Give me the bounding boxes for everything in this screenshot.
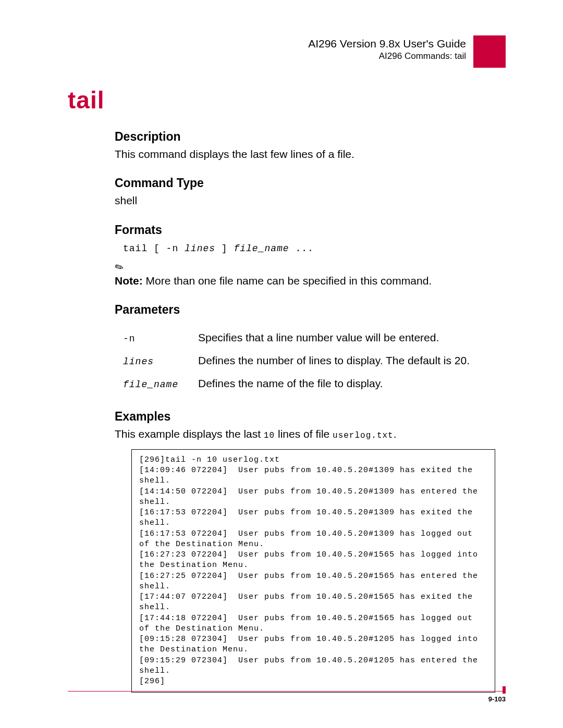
pencil-icon: ✎ xyxy=(112,260,126,275)
format-suffix: ... xyxy=(289,243,314,254)
parameters-table: -n Specifies that a line number value wi… xyxy=(123,326,477,395)
param-desc-lines: Defines the number of lines to display. … xyxy=(198,349,477,372)
note-text: More than one file name can be specified… xyxy=(143,275,432,287)
format-cmd: tail [ -n xyxy=(123,243,185,254)
param-name-n: -n xyxy=(123,334,136,344)
command-type-text: shell xyxy=(115,193,500,208)
param-name-filename: file_name xyxy=(123,379,178,390)
heading-parameters: Parameters xyxy=(115,303,500,317)
format-mid: ] xyxy=(215,243,234,254)
page-number: 9-103 xyxy=(488,695,506,703)
heading-formats: Formats xyxy=(115,223,500,237)
example-intro: This example displays the last 10 lines … xyxy=(115,427,500,442)
param-name-lines: lines xyxy=(123,356,154,367)
page-header: AI296 Version 9.8x User's Guide AI296 Co… xyxy=(308,35,506,68)
header-text: AI296 Version 9.8x User's Guide AI296 Co… xyxy=(308,35,473,68)
param-row: -n Specifies that a line number value wi… xyxy=(123,326,477,349)
example-output: [296]tail -n 10 userlog.txt [14:09:46 07… xyxy=(131,449,495,693)
heading-command-type: Command Type xyxy=(115,176,500,190)
footer-rule xyxy=(68,691,506,692)
example-intro-c: . xyxy=(394,428,397,440)
note-label: Note: xyxy=(115,275,143,287)
format-line: tail [ -n lines ] file_name ... xyxy=(123,240,500,255)
param-row: lines Defines the number of lines to dis… xyxy=(123,349,477,372)
format-arg-filename: file_name xyxy=(234,243,289,254)
param-desc-n: Specifies that a line number value will … xyxy=(198,326,477,349)
example-code-10: 10 xyxy=(264,431,275,440)
note-row: Note: More than one file name can be spe… xyxy=(115,274,500,288)
accent-box xyxy=(473,35,506,68)
command-title: tail xyxy=(68,86,506,114)
param-desc-filename: Defines the name of the file to display. xyxy=(198,372,477,395)
heading-description: Description xyxy=(115,130,500,144)
param-row: file_name Defines the name of the file t… xyxy=(123,372,477,395)
page: AI296 Version 9.8x User's Guide AI296 Co… xyxy=(0,0,563,728)
format-arg-lines: lines xyxy=(185,243,215,254)
guide-subtitle: AI296 Commands: tail xyxy=(308,51,466,61)
note-block: ✎ xyxy=(115,261,500,274)
footer-accent xyxy=(503,686,506,694)
guide-title: AI296 Version 9.8x User's Guide xyxy=(308,38,466,50)
heading-examples: Examples xyxy=(115,410,500,424)
content: Description This command displays the la… xyxy=(115,130,500,693)
example-intro-b: lines of file xyxy=(275,428,333,440)
example-intro-a: This example displays the last xyxy=(115,428,264,440)
example-code-file: userlog.txt xyxy=(333,431,394,440)
description-text: This command displays the last few lines… xyxy=(115,147,500,162)
